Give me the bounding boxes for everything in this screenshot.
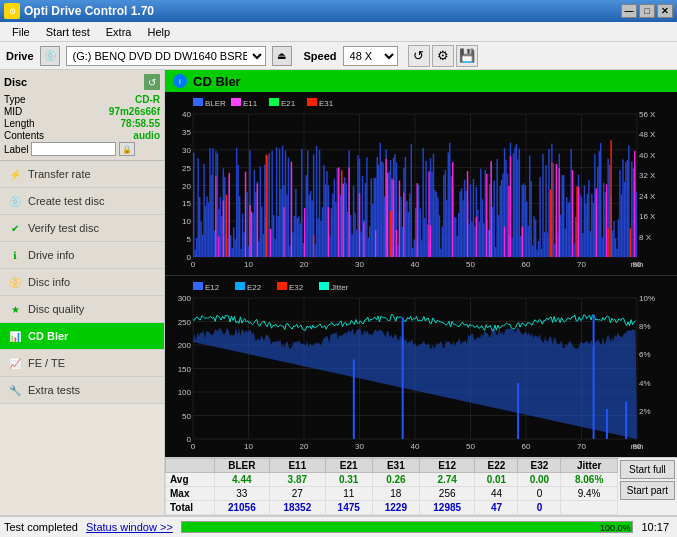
stats-cell-2-1: 18352 (270, 501, 326, 515)
menu-help[interactable]: Help (139, 24, 178, 40)
progress-text: 100.0% (600, 522, 631, 534)
statusbar: Test completed Status window >> 100.0% 1… (0, 515, 677, 537)
disc-label-button[interactable]: 🔒 (119, 142, 135, 156)
disc-label-label: Label (4, 144, 28, 155)
drive-info-icon: ℹ (8, 248, 22, 262)
stats-cell-0-1: 3.87 (270, 473, 326, 487)
app-icon: ⊙ (4, 3, 20, 19)
top-chart (165, 92, 677, 276)
disc-contents-row: Contents audio (4, 130, 160, 141)
disc-section: Disc ↺ Type CD-R MID 97m26s66f Length 78… (0, 70, 164, 161)
chart-area: i CD Bler BLER (165, 70, 677, 515)
start-full-button[interactable]: Start full (620, 460, 675, 479)
disc-contents-label: Contents (4, 130, 44, 141)
sidebar-item-fe-te-label: FE / TE (28, 357, 65, 369)
sidebar-item-fe-te[interactable]: 📈 FE / TE (0, 350, 164, 377)
disc-refresh-button[interactable]: ↺ (144, 74, 160, 90)
disc-label-input[interactable] (31, 142, 116, 156)
charts-container (165, 92, 677, 457)
sidebar-item-create-test-disc-label: Create test disc (28, 195, 104, 207)
disc-info-icon: 📀 (8, 275, 22, 289)
sidebar-item-cd-bler[interactable]: 📊 CD Bler (0, 323, 164, 350)
sidebar-item-disc-info[interactable]: 📀 Disc info (0, 269, 164, 296)
disc-type-value: CD-R (135, 94, 160, 105)
stats-col-bler: BLER (214, 459, 270, 473)
minimize-button[interactable]: — (621, 4, 637, 18)
disc-label-row: Label 🔒 (4, 142, 160, 156)
progress-bar-container: 100.0% (181, 521, 634, 533)
stats-cell-2-6: 0 (518, 501, 561, 515)
stats-col-label (166, 459, 215, 473)
stats-cell-0-4: 2.74 (419, 473, 475, 487)
stats-data-row: Max332711182564409.4% (166, 487, 618, 501)
stats-col-e12: E12 (419, 459, 475, 473)
stats-col-e22: E22 (475, 459, 518, 473)
menu-extra[interactable]: Extra (98, 24, 140, 40)
stats-col-jitter: Jitter (561, 459, 617, 473)
sidebar-item-drive-info[interactable]: ℹ Drive info (0, 242, 164, 269)
status-window-link[interactable]: Status window >> (86, 521, 173, 533)
transfer-rate-icon: ⚡ (8, 167, 22, 181)
disc-length-row: Length 78:58.55 (4, 118, 160, 129)
stats-data-row: Total21056183521475122912985470 (166, 501, 618, 515)
stats-table-wrap: BLER E11 E21 E31 E12 E22 E32 Jitter (165, 458, 618, 515)
save-icon[interactable]: 💾 (456, 45, 478, 67)
stats-row-avg-label: Avg (166, 473, 215, 487)
titlebar-buttons[interactable]: — □ ✕ (621, 4, 673, 18)
start-part-button[interactable]: Start part (620, 481, 675, 500)
menu-file[interactable]: File (4, 24, 38, 40)
sidebar-nav: ⚡ Transfer rate 💿 Create test disc ✔ Ver… (0, 161, 164, 515)
stats-cell-2-4: 12985 (419, 501, 475, 515)
stats-row-area: BLER E11 E21 E31 E12 E22 E32 Jitter (165, 458, 677, 515)
sidebar-item-verify-test-disc[interactable]: ✔ Verify test disc (0, 215, 164, 242)
stats-cell-2-0: 21056 (214, 501, 270, 515)
bottom-chart (165, 276, 677, 457)
maximize-button[interactable]: □ (639, 4, 655, 18)
menubar: File Start test Extra Help (0, 22, 677, 42)
sidebar-item-create-test-disc[interactable]: 💿 Create test disc (0, 188, 164, 215)
sidebar-item-extra-tests-label: Extra tests (28, 384, 80, 396)
close-button[interactable]: ✕ (657, 4, 673, 18)
titlebar: ⊙ Opti Drive Control 1.70 — □ ✕ (0, 0, 677, 22)
stats-cell-1-4: 256 (419, 487, 475, 501)
stats-cell-1-3: 18 (372, 487, 419, 501)
stats-cell-2-7 (561, 501, 617, 515)
main-content: Disc ↺ Type CD-R MID 97m26s66f Length 78… (0, 70, 677, 515)
drive-label: Drive (6, 50, 34, 62)
time-display: 10:17 (641, 521, 669, 533)
refresh-icon[interactable]: ↺ (408, 45, 430, 67)
disc-title: Disc (4, 76, 27, 88)
disc-type-label: Type (4, 94, 26, 105)
stats-cell-1-2: 11 (325, 487, 372, 501)
progress-bar (182, 522, 633, 532)
stats-cell-1-6: 0 (518, 487, 561, 501)
sidebar-item-transfer-rate[interactable]: ⚡ Transfer rate (0, 161, 164, 188)
stats-col-e32: E32 (518, 459, 561, 473)
stats-cell-0-3: 0.26 (372, 473, 419, 487)
chart-header-icon: i (173, 74, 187, 88)
sidebar: Disc ↺ Type CD-R MID 97m26s66f Length 78… (0, 70, 165, 515)
sidebar-item-disc-quality-label: Disc quality (28, 303, 84, 315)
bottom-chart-canvas (165, 276, 677, 457)
sidebar-item-disc-info-label: Disc info (28, 276, 70, 288)
stats-header-row: BLER E11 E21 E31 E12 E22 E32 Jitter (166, 459, 618, 473)
speed-select[interactable]: 48 X (343, 46, 398, 66)
settings-icon[interactable]: ⚙ (432, 45, 454, 67)
stats-col-e11: E11 (270, 459, 326, 473)
fe-te-icon: 📈 (8, 356, 22, 370)
sidebar-item-drive-info-label: Drive info (28, 249, 74, 261)
sidebar-item-transfer-rate-label: Transfer rate (28, 168, 91, 180)
drive-select[interactable]: (G:) BENQ DVD DD DW1640 BSRB (66, 46, 266, 66)
eject-button[interactable]: ⏏ (272, 46, 292, 66)
sidebar-item-extra-tests[interactable]: 🔧 Extra tests (0, 377, 164, 404)
stats-cell-0-5: 0.01 (475, 473, 518, 487)
stats-row-max-label: Max (166, 487, 215, 501)
sidebar-item-disc-quality[interactable]: ★ Disc quality (0, 296, 164, 323)
drivebar: Drive 💿 (G:) BENQ DVD DD DW1640 BSRB ⏏ S… (0, 42, 677, 70)
stats-cell-1-1: 27 (270, 487, 326, 501)
stats-data-row: Avg4.443.870.310.262.740.010.008.06% (166, 473, 618, 487)
menu-start-test[interactable]: Start test (38, 24, 98, 40)
stats-row-total-label: Total (166, 501, 215, 515)
create-test-disc-icon: 💿 (8, 194, 22, 208)
status-completed-text: Test completed (4, 521, 78, 533)
